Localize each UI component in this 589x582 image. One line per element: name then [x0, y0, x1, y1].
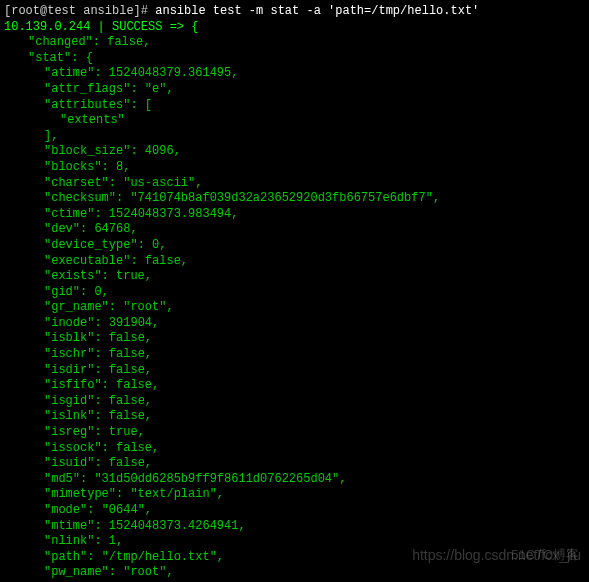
kv-isgid: "isgid": false,	[4, 394, 585, 410]
kv-isreg: "isreg": true,	[4, 425, 585, 441]
kv-mimetype: "mimetype": "text/plain",	[4, 487, 585, 503]
kv-mode: "mode": "0644",	[4, 503, 585, 519]
kv-exists: "exists": true,	[4, 269, 585, 285]
kv-gid: "gid": 0,	[4, 285, 585, 301]
kv-attributes-open: "attributes": [	[4, 98, 585, 114]
result-header: 10.139.0.244 | SUCCESS => {	[4, 20, 585, 36]
kv-charset: "charset": "us-ascii",	[4, 176, 585, 192]
kv-inode: "inode": 391904,	[4, 316, 585, 332]
kv-gr-name: "gr_name": "root",	[4, 300, 585, 316]
kv-ctime: "ctime": 1524048373.983494,	[4, 207, 585, 223]
kv-atime: "atime": 1524048379.361495,	[4, 66, 585, 82]
command-text: ansible test -m stat -a 'path=/tmp/hello…	[155, 4, 479, 18]
kv-islnk: "islnk": false,	[4, 409, 585, 425]
kv-pw-name: "pw_name": "root",	[4, 565, 585, 581]
kv-isfifo: "isfifo": false,	[4, 378, 585, 394]
kv-dev: "dev": 64768,	[4, 222, 585, 238]
kv-attr-flags: "attr_flags": "e",	[4, 82, 585, 98]
kv-isblk: "isblk": false,	[4, 331, 585, 347]
kv-issock: "issock": false,	[4, 441, 585, 457]
kv-device-type: "device_type": 0,	[4, 238, 585, 254]
prompt-prefix: [root@test ansible]#	[4, 4, 155, 18]
kv-stat-open: "stat": {	[4, 51, 585, 67]
kv-block-size: "block_size": 4096,	[4, 144, 585, 160]
kv-isuid: "isuid": false,	[4, 456, 585, 472]
kv-ischr: "ischr": false,	[4, 347, 585, 363]
kv-md5: "md5": "31d50dd6285b9ff9f8611d0762265d04…	[4, 472, 585, 488]
kv-blocks: "blocks": 8,	[4, 160, 585, 176]
kv-isdir: "isdir": false,	[4, 363, 585, 379]
kv-attributes-item: "extents"	[4, 113, 585, 129]
kv-changed: "changed": false,	[4, 35, 585, 51]
command-line: [root@test ansible]# ansible test -m sta…	[4, 4, 585, 20]
watermark-text-2: 51CTO博客	[511, 547, 579, 564]
kv-executable: "executable": false,	[4, 254, 585, 270]
kv-checksum: "checksum": "741074b8af039d32a23652920d3…	[4, 191, 585, 207]
kv-attributes-close: ],	[4, 129, 585, 145]
kv-mtime: "mtime": 1524048373.4264941,	[4, 519, 585, 535]
